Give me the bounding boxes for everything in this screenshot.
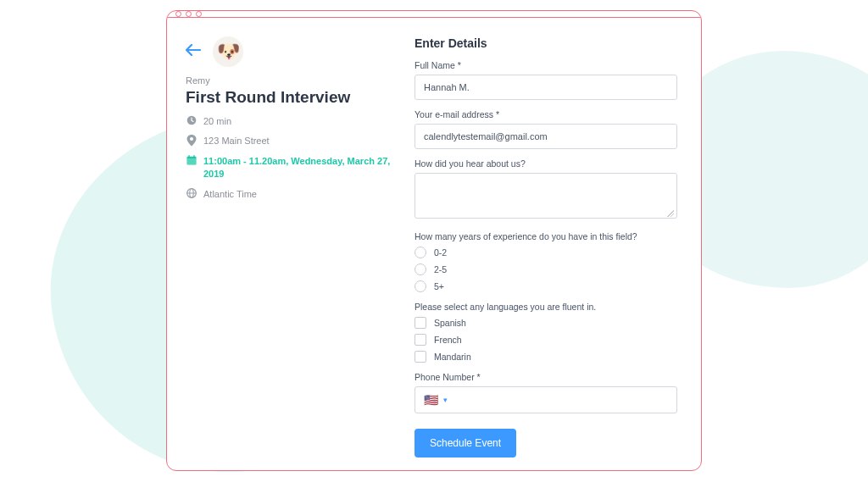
- location-pin-icon: [186, 135, 197, 147]
- event-datetime-row: 11:00am - 11.20am, Wednesday, March 27, …: [186, 155, 398, 181]
- language-option-label: French: [434, 335, 462, 345]
- svg-rect-5: [193, 155, 194, 158]
- host-name: Remy: [186, 75, 398, 86]
- language-option[interactable]: Spanish: [415, 317, 677, 329]
- event-duration: 20 min: [203, 115, 231, 128]
- experience-option-label: 2-5: [434, 264, 447, 274]
- calendar-icon: [186, 155, 197, 165]
- globe-icon: [186, 188, 197, 198]
- svg-rect-3: [186, 158, 196, 165]
- experience-label: How many years of experience do you have…: [415, 231, 677, 241]
- event-duration-row: 20 min: [186, 115, 398, 128]
- email-input[interactable]: [415, 124, 677, 149]
- full-name-input[interactable]: [415, 75, 677, 100]
- form-panel: Enter Details Full Name * Your e-mail ad…: [415, 36, 677, 458]
- event-datetime: 11:00am - 11.20am, Wednesday, March 27, …: [203, 155, 398, 181]
- event-location: 123 Main Street: [203, 135, 270, 147]
- email-label: Your e-mail address *: [415, 109, 677, 119]
- back-arrow-icon[interactable]: [186, 44, 201, 56]
- language-option-label: Mandarin: [434, 352, 471, 362]
- language-option-label: Spanish: [434, 318, 466, 328]
- event-timezone-row: Atlantic Time: [186, 188, 398, 201]
- clock-icon: [186, 115, 197, 125]
- checkbox-icon[interactable]: [415, 351, 426, 363]
- form-heading: Enter Details: [415, 36, 677, 50]
- host-avatar: 🐶: [213, 36, 243, 67]
- full-name-label: Full Name *: [415, 60, 677, 70]
- event-title: First Round Interview: [186, 88, 398, 107]
- hear-about-label: How did you hear about us?: [415, 158, 677, 169]
- phone-input[interactable]: 🇺🇸 ▾: [415, 386, 677, 413]
- app-window: 🐶 Remy First Round Interview 20 min 123 …: [166, 10, 702, 471]
- checkbox-icon[interactable]: [415, 334, 426, 346]
- experience-option-label: 0-2: [434, 247, 447, 258]
- language-option[interactable]: French: [415, 334, 677, 346]
- experience-option[interactable]: 2-5: [415, 263, 677, 275]
- window-control-close[interactable]: [175, 11, 181, 17]
- language-option[interactable]: Mandarin: [415, 351, 677, 363]
- experience-option[interactable]: 0-2: [415, 247, 677, 258]
- flag-icon: 🇺🇸: [424, 394, 438, 406]
- window-titlebar: [167, 11, 701, 18]
- window-control-minimize[interactable]: [186, 11, 192, 17]
- event-details-panel: 🐶 Remy First Round Interview 20 min 123 …: [186, 36, 398, 458]
- event-timezone: Atlantic Time: [203, 188, 257, 201]
- svg-rect-4: [188, 155, 189, 158]
- phone-label: Phone Number *: [415, 372, 677, 382]
- chevron-down-icon[interactable]: ▾: [443, 396, 448, 404]
- svg-point-1: [190, 137, 193, 141]
- checkbox-icon[interactable]: [415, 317, 426, 329]
- schedule-event-button[interactable]: Schedule Event: [415, 429, 516, 458]
- languages-label: Please select any languages you are flue…: [415, 302, 677, 312]
- hear-about-textarea[interactable]: [415, 173, 677, 219]
- window-control-maximize[interactable]: [196, 11, 202, 17]
- radio-icon[interactable]: [415, 247, 426, 258]
- experience-option[interactable]: 5+: [415, 280, 677, 292]
- experience-option-label: 5+: [434, 281, 444, 291]
- radio-icon[interactable]: [415, 280, 426, 292]
- content-area: 🐶 Remy First Round Interview 20 min 123 …: [167, 18, 701, 471]
- radio-icon[interactable]: [415, 263, 426, 275]
- event-location-row: 123 Main Street: [186, 135, 398, 147]
